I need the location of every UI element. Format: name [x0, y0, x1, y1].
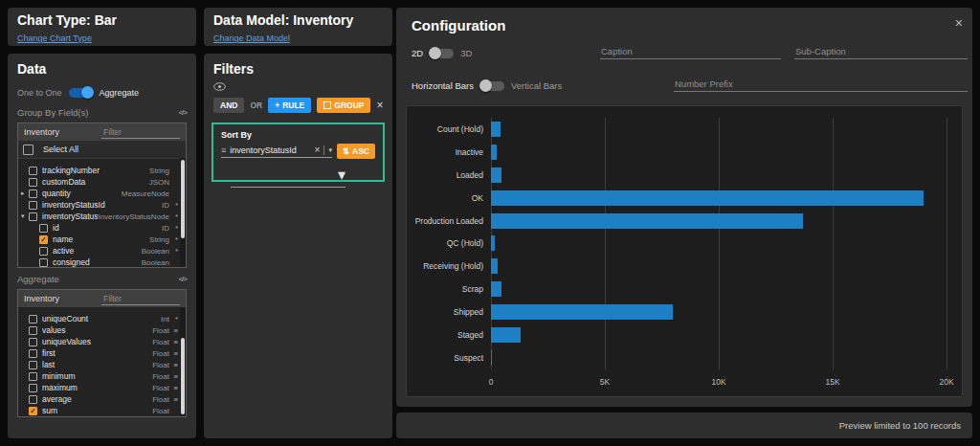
category-label: Shipped — [414, 307, 491, 317]
add-sort-field-select[interactable]: ▾ — [231, 166, 345, 188]
checkbox[interactable] — [29, 384, 37, 392]
tree-item[interactable]: maximumFloat≡ — [18, 382, 186, 393]
tree-item[interactable]: valuesFloat≡ — [18, 324, 186, 336]
field-type: Float — [152, 407, 169, 415]
tree-item[interactable]: ▸quantityMeasureNode — [18, 188, 186, 199]
tree-item[interactable]: trackingNumberString — [18, 165, 186, 176]
3d-label: 3D — [460, 48, 472, 58]
category-label: Suspect — [414, 353, 491, 363]
checkbox[interactable] — [29, 212, 37, 221]
bar[interactable] — [491, 122, 501, 137]
drag-handle-icon[interactable]: ≡ — [221, 145, 226, 155]
bar[interactable] — [491, 258, 498, 274]
filters-panel: Filters AND OR +RULE GROUP × Sort By ≡ i… — [204, 54, 392, 438]
bar[interactable] — [491, 327, 521, 343]
code-icon[interactable]: </> — [178, 108, 187, 117]
or-button[interactable]: OR — [250, 100, 262, 110]
expand-icon[interactable]: ▸ — [21, 188, 29, 199]
checkbox[interactable]: ✓ — [29, 407, 37, 415]
and-button[interactable]: AND — [213, 98, 244, 113]
checkbox[interactable] — [39, 224, 48, 233]
field-type: Float — [152, 361, 169, 369]
close-icon[interactable]: × — [955, 15, 963, 31]
tree-item[interactable]: idID* — [18, 222, 186, 234]
field-name: values — [42, 325, 152, 335]
change-chart-type-link[interactable]: Change Chart Type — [17, 33, 92, 43]
tree-item[interactable]: lastFloat≡ — [18, 359, 186, 370]
select-all-checkbox[interactable] — [23, 145, 33, 155]
subcaption-input[interactable] — [794, 44, 968, 59]
aggregate-mode-toggle[interactable] — [69, 88, 93, 98]
bar[interactable] — [491, 167, 501, 183]
number-prefix-input[interactable] — [674, 77, 968, 92]
filter-close-icon[interactable]: × — [376, 100, 383, 111]
field-name: name — [53, 234, 149, 244]
field-flag-icon: * — [169, 224, 178, 233]
field-type: ID — [162, 201, 169, 210]
eye-icon[interactable] — [213, 82, 226, 91]
checkbox[interactable] — [29, 167, 37, 175]
tree-item[interactable]: uniqueValuesFloat≡ — [18, 336, 186, 347]
clear-field-icon[interactable]: × — [315, 145, 321, 155]
dimension-toggle[interactable] — [430, 49, 454, 58]
checkbox[interactable] — [29, 395, 37, 404]
select-all-row[interactable]: Select All — [18, 141, 186, 159]
tree-item[interactable]: inventoryStatusIdID* — [18, 199, 186, 211]
mode-toggle-row: One to One Aggregate — [17, 88, 139, 98]
add-group-button[interactable]: GROUP — [317, 98, 370, 113]
bar[interactable] — [491, 235, 495, 251]
aggregate-filter-input[interactable] — [101, 293, 180, 305]
scrollbar[interactable] — [180, 307, 186, 416]
change-data-model-link[interactable]: Change Data Model — [213, 33, 290, 43]
tree-item[interactable]: minimumFloat≡ — [18, 370, 186, 382]
preview-footer: Preview limited to 100 records — [396, 413, 972, 438]
tree-item[interactable]: firstFloat≡ — [18, 347, 186, 359]
aggregate-tree-header: Inventory — [18, 290, 186, 307]
tree-item[interactable]: ▾inventoryStatusInventoryStatusNode* — [18, 211, 186, 222]
checkbox[interactable] — [29, 372, 37, 381]
checkbox[interactable] — [29, 338, 37, 346]
tree-item[interactable]: averageFloat≡ — [18, 393, 186, 405]
scrollbar[interactable] — [180, 158, 186, 267]
bar[interactable] — [491, 190, 924, 206]
tree-item[interactable]: customDataJSON — [18, 176, 186, 188]
scrollbar-thumb[interactable] — [181, 338, 185, 414]
checkbox[interactable] — [29, 190, 37, 198]
checkbox[interactable] — [29, 326, 37, 335]
code-icon[interactable]: </> — [178, 275, 187, 283]
category-label: Receiving (Hold) — [414, 261, 491, 271]
checkbox[interactable] — [29, 201, 37, 210]
checkbox[interactable] — [29, 315, 37, 323]
sort-by-box: Sort By ≡ inventoryStatusId × ▾ ⇅ASC ▾ — [212, 123, 385, 182]
scrollbar-thumb[interactable] — [181, 160, 185, 238]
tree-item[interactable]: ✓sumFloat — [18, 405, 186, 415]
field-type: ID — [162, 224, 169, 233]
bar-track — [491, 258, 947, 274]
group-by-filter-input[interactable] — [101, 126, 180, 139]
bar[interactable] — [491, 281, 501, 297]
tree-item[interactable]: uniqueCountInt* — [18, 313, 186, 324]
collapse-icon[interactable]: ▾ — [21, 211, 29, 222]
tree-item[interactable]: ✓nameString* — [18, 234, 186, 245]
checkbox[interactable] — [39, 247, 48, 256]
rule-button-label: RULE — [282, 100, 304, 110]
caption-input[interactable] — [600, 44, 781, 59]
bar[interactable] — [491, 304, 673, 320]
bars-orientation-toggle[interactable] — [480, 81, 504, 91]
tree-item[interactable]: activeBoolean* — [18, 245, 186, 256]
chevron-down-icon[interactable]: ▾ — [338, 166, 345, 184]
checkbox[interactable] — [39, 258, 48, 267]
bars-toggle-group: Horizontal Bars Vertical Bars — [412, 80, 562, 91]
chevron-down-icon[interactable]: ▾ — [328, 146, 332, 154]
tree-item[interactable]: consignedBoolean — [18, 256, 186, 267]
checkbox[interactable] — [29, 349, 37, 358]
bar[interactable] — [491, 145, 497, 160]
add-rule-button[interactable]: +RULE — [268, 98, 311, 113]
sort-field-select[interactable]: ≡ inventoryStatusId × ▾ — [221, 145, 332, 158]
field-name: last — [42, 360, 152, 369]
checkbox[interactable] — [29, 361, 37, 369]
sort-order-button[interactable]: ⇅ASC — [337, 144, 375, 159]
checkbox[interactable]: ✓ — [39, 235, 48, 244]
bar[interactable] — [491, 213, 803, 229]
checkbox[interactable] — [29, 178, 37, 187]
